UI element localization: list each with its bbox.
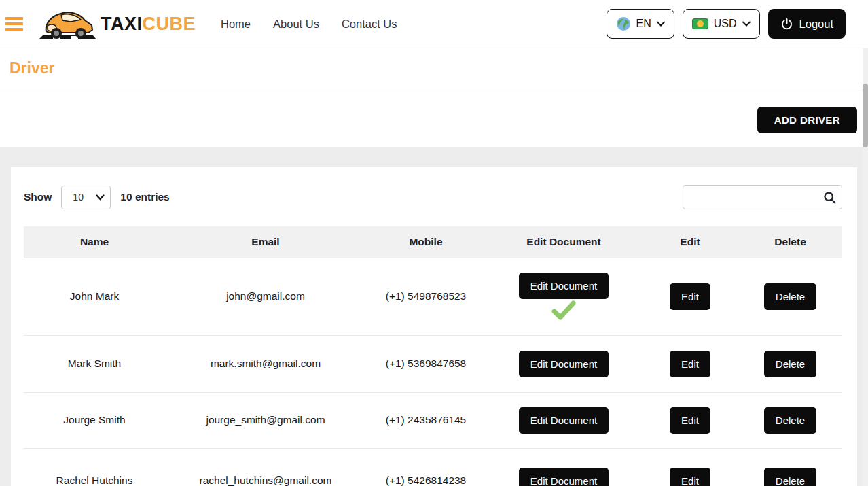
add-driver-button[interactable]: ADD DRIVER (757, 107, 857, 133)
driver-email-cell: john@gmail.com (165, 258, 366, 335)
edit-button[interactable]: Edit (670, 468, 710, 486)
driver-email: jourge_smith@gmail.com (206, 414, 325, 426)
driver-name: Rachel Hutchins (56, 474, 133, 486)
driver-mobile: (+1) 5369847658 (386, 358, 467, 369)
logout-button[interactable]: Logout (768, 9, 846, 39)
column-header-edit: Edit (642, 226, 738, 258)
search-icon (822, 190, 837, 205)
edit-document-button[interactable]: Edit Document (519, 351, 609, 377)
delete-cell: Delete (738, 335, 842, 392)
table-header-row: Name Email Mobile Edit Document Edit Del… (24, 226, 842, 258)
language-dropdown[interactable]: EN (607, 9, 674, 39)
drivers-card: Show 10 10 entries (11, 167, 857, 486)
driver-mobile-cell: (+1) 2435876145 (366, 392, 486, 448)
edit-cell: Edit (642, 448, 738, 486)
edit-cell: Edit (642, 258, 738, 335)
driver-name: Mark Smith (68, 358, 121, 369)
edit-button[interactable]: Edit (670, 283, 710, 310)
page-title: Driver (10, 59, 858, 77)
document-verified-check-icon (551, 300, 577, 321)
driver-mobile: (+1) 5426814238 (386, 474, 467, 486)
driver-mobile-cell: (+1) 5498768523 (366, 258, 486, 335)
table-toolbar: Show 10 10 entries (24, 185, 842, 209)
driver-mobile-cell: (+1) 5426814238 (366, 448, 486, 486)
column-header-mobile: Mobile (366, 226, 486, 258)
driver-mobile-cell: (+1) 5369847658 (366, 335, 486, 392)
delete-button[interactable]: Delete (764, 468, 816, 486)
table-row: Rachel Hutchins rachel_hutchins@gmail.co… (24, 448, 842, 486)
language-value: EN (636, 18, 651, 30)
banknote-icon (692, 18, 708, 29)
driver-email: mark.smith@gmail.com (211, 358, 321, 369)
column-header-name: Name (24, 226, 165, 258)
driver-table-body: John Mark john@gmail.com (+1) 5498768523… (24, 258, 842, 486)
driver-name-cell: Mark Smith (24, 335, 165, 392)
brand-logo[interactable]: TAXICUBE (38, 7, 196, 41)
edit-document-cell: Edit Document (486, 335, 642, 392)
driver-email-cell: rachel_hutchins@gmail.com (165, 448, 366, 486)
main-content: Show 10 10 entries (0, 147, 868, 486)
currency-value: USD (714, 18, 737, 30)
power-icon (780, 18, 793, 31)
delete-button[interactable]: Delete (764, 351, 816, 377)
delete-button[interactable]: Delete (764, 283, 816, 310)
currency-dropdown[interactable]: USD (683, 9, 760, 39)
edit-cell: Edit (642, 392, 738, 448)
edit-document-cell: Edit Document (486, 448, 642, 486)
vertical-scrollbar-thumb[interactable] (863, 84, 868, 147)
driver-mobile: (+1) 2435876145 (386, 414, 467, 426)
search-input[interactable] (683, 185, 842, 209)
hamburger-menu-icon (5, 28, 23, 31)
driver-email-cell: mark.smith@gmail.com (165, 335, 366, 392)
top-right-controls: EN USD Logout (607, 9, 846, 39)
edit-cell: Edit (642, 335, 738, 392)
edit-button[interactable]: Edit (670, 407, 710, 434)
page-size-select[interactable]: 10 (61, 186, 111, 209)
driver-name-cell: Jourge Smith (24, 392, 165, 448)
delete-button[interactable]: Delete (764, 407, 816, 434)
brand-name-primary: TAXI (101, 14, 143, 34)
chevron-down-icon (742, 21, 751, 27)
column-header-delete: Delete (738, 226, 842, 258)
edit-document-button[interactable]: Edit Document (519, 407, 609, 434)
driver-mobile: (+1) 5498768523 (386, 290, 467, 302)
show-label: Show (24, 191, 52, 203)
taxi-car-icon (38, 7, 96, 41)
main-nav: Home About Us Contact Us (221, 18, 397, 31)
nav-link-contact-us[interactable]: Contact Us (342, 18, 397, 31)
entries-count-label: 10 entries (120, 191, 169, 203)
edit-button[interactable]: Edit (670, 351, 710, 377)
nav-link-home[interactable]: Home (221, 18, 251, 31)
delete-cell: Delete (738, 448, 842, 486)
hamburger-menu-button[interactable] (5, 17, 23, 31)
column-header-edit-document: Edit Document (486, 226, 642, 258)
hamburger-menu-icon (5, 22, 23, 25)
logout-label: Logout (799, 18, 833, 31)
driver-email-cell: jourge_smith@gmail.com (165, 392, 366, 448)
edit-document-cell: Edit Document (486, 258, 642, 335)
edit-document-cell: Edit Document (486, 392, 642, 448)
driver-name-cell: John Mark (24, 258, 165, 335)
hamburger-menu-icon (5, 17, 23, 20)
brand-name-secondary: CUBE (143, 14, 196, 34)
driver-name: John Mark (70, 290, 119, 302)
driver-name-cell: Rachel Hutchins (24, 448, 165, 486)
column-header-email: Email (165, 226, 366, 258)
edit-document-button[interactable]: Edit Document (519, 273, 609, 299)
delete-cell: Delete (738, 258, 842, 335)
globe-icon (616, 16, 631, 31)
nav-link-about-us[interactable]: About Us (273, 18, 319, 31)
delete-cell: Delete (738, 392, 842, 448)
brand-name: TAXICUBE (101, 14, 196, 35)
table-row: Jourge Smith jourge_smith@gmail.com (+1)… (24, 392, 842, 448)
chevron-down-icon (657, 21, 665, 27)
top-navigation-bar: TAXICUBE Home About Us Contact Us EN USD (0, 0, 868, 48)
driver-name: Jourge Smith (63, 414, 125, 426)
edit-document-button[interactable]: Edit Document (519, 468, 609, 486)
driver-email: john@gmail.com (226, 290, 305, 302)
page-header-section: Driver ADD DRIVER (0, 48, 868, 147)
table-row: John Mark john@gmail.com (+1) 5498768523… (24, 258, 842, 335)
driver-email: rachel_hutchins@gmail.com (200, 474, 332, 486)
drivers-table: Name Email Mobile Edit Document Edit Del… (24, 226, 842, 486)
table-row: Mark Smith mark.smith@gmail.com (+1) 536… (24, 335, 842, 392)
